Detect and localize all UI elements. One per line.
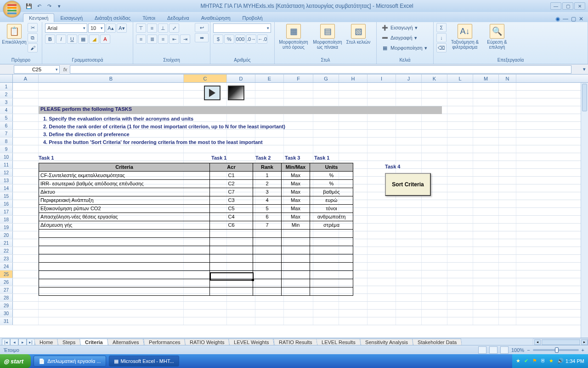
- sheet-tab[interactable]: Sensitivity Analysis: [360, 339, 413, 345]
- zoom-in-button[interactable]: +: [582, 347, 584, 353]
- align-center-icon[interactable]: ≣: [147, 34, 157, 44]
- tray-icon[interactable]: ✔: [524, 358, 531, 364]
- name-box[interactable]: C25: [14, 65, 60, 74]
- taskbar-item-word[interactable]: 📄Διπλωματική εργασία ...: [34, 356, 106, 367]
- align-middle-icon[interactable]: ≡: [147, 23, 157, 33]
- row-header[interactable]: 18: [0, 216, 13, 223]
- number-format-combo[interactable]: [213, 23, 271, 33]
- row-header[interactable]: 17: [0, 208, 13, 215]
- zoom-slider[interactable]: [533, 349, 579, 351]
- column-header[interactable]: M: [473, 75, 499, 82]
- ribbon-minimize-button[interactable]: —: [563, 16, 568, 22]
- row-header[interactable]: 11: [0, 161, 13, 168]
- cut-icon[interactable]: ✂: [28, 23, 38, 32]
- tab-insert[interactable]: Εισαγωγή: [54, 13, 89, 22]
- tab-home[interactable]: Κεντρική: [23, 13, 54, 22]
- align-left-icon[interactable]: ≡: [136, 34, 146, 44]
- merge-center-button[interactable]: ⬌: [195, 33, 209, 42]
- gradient-macro-button[interactable]: [228, 86, 244, 100]
- decrease-decimal-icon[interactable]: ←.0: [257, 34, 267, 44]
- vertical-scrollbar[interactable]: [581, 83, 588, 350]
- column-header[interactable]: F: [284, 75, 313, 82]
- column-header[interactable]: J: [396, 75, 422, 82]
- paste-button[interactable]: 📋Επικόλληση: [3, 23, 26, 56]
- comma-icon[interactable]: 000: [235, 34, 245, 44]
- border-button[interactable]: ▦: [78, 34, 88, 44]
- tray-icon[interactable]: ⛨: [541, 358, 547, 364]
- decrease-indent-icon[interactable]: ⇤: [169, 34, 179, 44]
- currency-icon[interactable]: $: [213, 34, 223, 44]
- clear-icon[interactable]: ⌫: [436, 43, 447, 52]
- ribbon-close-button[interactable]: ✕: [579, 16, 583, 22]
- fill-color-button[interactable]: ◢: [89, 34, 99, 44]
- row-header[interactable]: 23: [0, 255, 13, 262]
- sheet-tab[interactable]: Stakeholder Data: [412, 339, 462, 345]
- row-header[interactable]: 9: [0, 145, 13, 153]
- row-header[interactable]: 25: [0, 270, 13, 278]
- insert-cells-button[interactable]: ➕Εισαγωγή ▾: [379, 23, 430, 32]
- tray-icon[interactable]: ⚑: [532, 358, 539, 364]
- column-header[interactable]: B: [39, 75, 184, 82]
- row-header[interactable]: 5: [0, 114, 13, 121]
- minimize-button[interactable]: —: [550, 2, 561, 10]
- row-header[interactable]: 27: [0, 286, 13, 293]
- grow-font-icon[interactable]: A▴: [106, 23, 116, 33]
- increase-decimal-icon[interactable]: .0→: [246, 34, 256, 44]
- increase-indent-icon[interactable]: ⇥: [180, 34, 190, 44]
- row-header[interactable]: 7: [0, 130, 13, 137]
- close-button[interactable]: ✕: [574, 2, 585, 10]
- font-size-combo[interactable]: 10: [88, 23, 105, 33]
- column-header[interactable]: L: [447, 75, 473, 82]
- row-header[interactable]: 8: [0, 138, 13, 145]
- row-header[interactable]: 28: [0, 294, 13, 301]
- format-painter-icon[interactable]: 🖌: [28, 43, 38, 52]
- normal-view-button[interactable]: [478, 346, 486, 354]
- fx-icon[interactable]: fx: [61, 67, 70, 72]
- column-header[interactable]: C: [184, 75, 227, 82]
- column-header[interactable]: E: [255, 75, 284, 82]
- row-header[interactable]: 6: [0, 122, 13, 129]
- column-header[interactable]: A: [13, 75, 39, 82]
- zoom-level[interactable]: 100%: [511, 347, 524, 353]
- column-header[interactable]: D: [227, 75, 255, 82]
- row-header[interactable]: 21: [0, 239, 13, 247]
- conditional-formatting-button[interactable]: ▦Μορφοποίηση υπό όρους: [277, 23, 310, 56]
- orientation-icon[interactable]: ⤢: [169, 23, 179, 33]
- formula-expand-icon[interactable]: ▾: [581, 66, 588, 72]
- row-header[interactable]: 15: [0, 192, 13, 200]
- tab-view[interactable]: Προβολή: [237, 13, 269, 22]
- font-name-combo[interactable]: Arial: [45, 23, 87, 33]
- row-header[interactable]: 31: [0, 317, 13, 325]
- copy-icon[interactable]: ⧉: [28, 33, 38, 42]
- help-icon[interactable]: ◉: [555, 16, 560, 22]
- sheet-tab[interactable]: Home: [34, 339, 58, 345]
- criteria-table[interactable]: CriteriaAcrRankMin/MaxUnitsCF-Συντελεστή…: [39, 163, 353, 296]
- office-button[interactable]: [3, 0, 21, 18]
- tray-icon[interactable]: 🔊: [557, 358, 564, 364]
- restore-button[interactable]: ▢: [562, 2, 573, 10]
- play-macro-button[interactable]: [204, 86, 220, 100]
- spreadsheet-grid[interactable]: ABCDEFGHIJKLMN 1234567891011121314151617…: [0, 75, 588, 350]
- column-header[interactable]: N: [499, 75, 516, 82]
- row-header[interactable]: 16: [0, 200, 13, 207]
- find-select-button[interactable]: 🔍Εύρεση & επιλογή: [483, 23, 511, 56]
- start-button[interactable]: ◎ start: [0, 354, 31, 368]
- row-header[interactable]: 2: [0, 91, 13, 98]
- zoom-out-button[interactable]: −: [527, 347, 530, 353]
- bold-button[interactable]: B: [45, 34, 55, 44]
- row-header[interactable]: 3: [0, 98, 13, 106]
- undo-icon[interactable]: ↶: [35, 2, 43, 10]
- sheet-tab[interactable]: RATIO Results: [273, 339, 318, 345]
- autosum-icon[interactable]: Σ: [436, 23, 447, 32]
- row-header[interactable]: 4: [0, 106, 13, 114]
- align-bottom-icon[interactable]: ⊥: [158, 23, 168, 33]
- tab-page-layout[interactable]: Διάταξη σελίδας: [89, 13, 136, 22]
- page-layout-view-button[interactable]: [489, 346, 498, 354]
- row-header[interactable]: 30: [0, 310, 13, 317]
- sheet-tab[interactable]: Criteria: [79, 339, 108, 345]
- align-top-icon[interactable]: ⊤: [136, 23, 146, 33]
- tray-icon[interactable]: ★: [549, 358, 555, 364]
- sheet-tab[interactable]: LEVEL Weights: [228, 339, 275, 345]
- font-color-button[interactable]: A: [100, 34, 110, 44]
- tab-data[interactable]: Δεδομένα: [161, 13, 195, 22]
